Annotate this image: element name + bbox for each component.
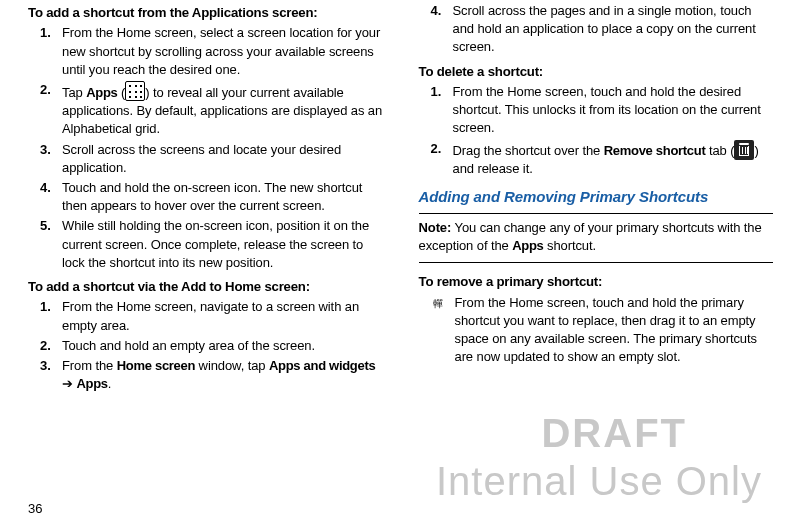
heading-delete-shortcut: To delete a shortcut: [419, 63, 774, 81]
note-box: Note: You can change any of your primary… [419, 213, 774, 263]
page-number: 36 [28, 501, 42, 516]
watermark-internal: Internal Use Only [436, 459, 762, 504]
manual-page: To add a shortcut from the Applications … [0, 0, 797, 526]
steps-delete-shortcut: 1.From the Home screen, touch and hold t… [431, 83, 774, 178]
step-text: Touch and hold the on-screen icon. The n… [62, 179, 383, 215]
heading-add-shortcut-apps: To add a shortcut from the Applications … [28, 4, 383, 22]
note-label: Note: [419, 220, 452, 235]
step-text: From the Home screen, touch and hold the… [453, 83, 774, 138]
steps-continued: 4.Scroll across the pages and in a singl… [431, 2, 774, 57]
step-text: Scroll across the pages and in a single … [453, 2, 774, 57]
steps-add-shortcut-apps: 1.From the Home screen, select a screen … [40, 24, 383, 271]
step-text: From the Home screen, select a screen lo… [62, 24, 383, 79]
bullets-remove-primary: 䡲From the Home screen, touch and hold th… [433, 294, 774, 367]
apps-grid-icon [125, 81, 145, 101]
step-text: From the Home screen window, tap Apps an… [62, 357, 383, 393]
step-text: Tap Apps () to reveal all your current a… [62, 81, 383, 139]
heading-remove-primary: To remove a primary shortcut: [419, 273, 774, 291]
step-text: Drag the shortcut over the Remove shortc… [453, 140, 774, 178]
step-text: From the Home screen, navigate to a scre… [62, 298, 383, 334]
step-text: Touch and hold an empty area of the scre… [62, 337, 383, 355]
left-column: To add a shortcut from the Applications … [28, 0, 383, 399]
steps-add-shortcut-home: 1.From the Home screen, navigate to a sc… [40, 298, 383, 393]
heading-add-shortcut-home: To add a shortcut via the Add to Home sc… [28, 278, 383, 296]
right-column: 4.Scroll across the pages and in a singl… [419, 0, 774, 399]
step-text: While still holding the on-screen icon, … [62, 217, 383, 272]
step-text: Scroll across the screens and locate you… [62, 141, 383, 177]
trash-icon [734, 140, 754, 160]
bullet-text: From the Home screen, touch and hold the… [455, 294, 774, 367]
note-text: You can change any of your primary short… [419, 220, 762, 253]
subheading-primary-shortcuts: Adding and Removing Primary Shortcuts [419, 186, 774, 207]
watermark-draft: DRAFT [541, 411, 687, 456]
